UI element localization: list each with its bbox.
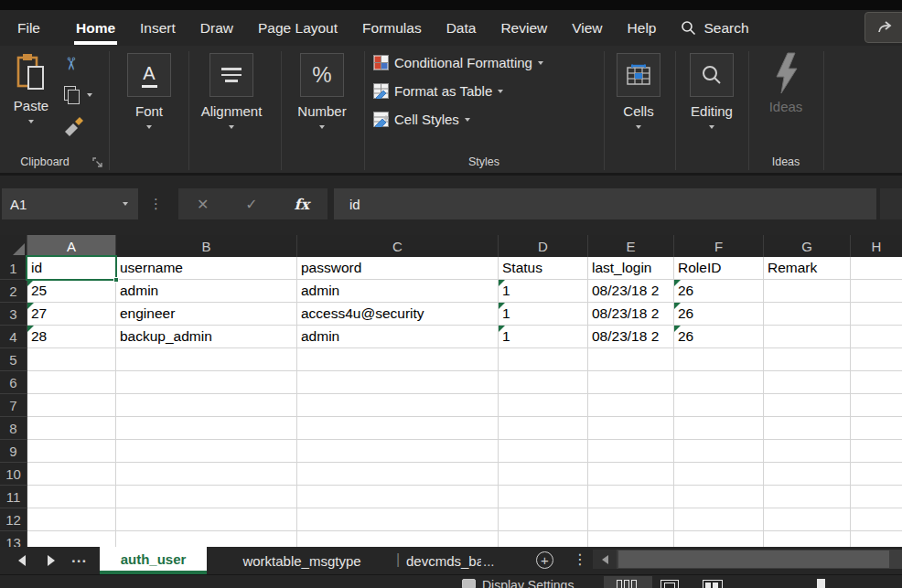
cell-B12[interactable] [116, 508, 297, 531]
formula-bar-grip-icon[interactable]: ⋮ [149, 188, 163, 219]
row-header-5[interactable]: 5 [0, 348, 27, 371]
menu-home[interactable]: Home [76, 20, 115, 37]
copy-button[interactable] [64, 86, 80, 104]
select-all-button[interactable] [0, 235, 27, 257]
name-box-caret[interactable] [123, 202, 128, 206]
cell-G3[interactable] [764, 303, 851, 326]
copy-dropdown-caret[interactable] [87, 93, 92, 97]
cell-styles-button[interactable]: Cell Styles [373, 112, 470, 127]
cell-C2[interactable]: admin [297, 280, 499, 303]
format-as-table-button[interactable]: Format as Table [373, 83, 503, 99]
number-group-button[interactable]: % Number [291, 53, 353, 129]
cell-H2[interactable] [851, 280, 902, 303]
cell-F12[interactable] [674, 508, 764, 531]
number-dropdown-caret[interactable] [319, 125, 325, 129]
format-painter-button[interactable] [62, 115, 86, 139]
editing-group-button[interactable]: Editing [684, 53, 739, 129]
cell-C11[interactable] [297, 486, 499, 508]
column-header-D[interactable]: D [499, 235, 588, 257]
cell-H13[interactable] [851, 531, 902, 547]
cell-F1[interactable]: RoleID [674, 257, 764, 280]
cell-F9[interactable] [674, 440, 764, 463]
cell-G1[interactable]: Remark [764, 257, 851, 280]
cell-B1[interactable]: username [116, 257, 297, 280]
formula-input[interactable]: id [334, 188, 876, 219]
share-button[interactable] [864, 12, 902, 43]
row-header-6[interactable]: 6 [0, 371, 27, 394]
scrollbar-track[interactable] [617, 550, 902, 569]
sheet-tab-auth-user[interactable]: auth_user [100, 547, 207, 574]
menu-file[interactable]: File [17, 20, 40, 37]
cell-B4[interactable]: backup_admin [116, 326, 297, 348]
cell-E11[interactable] [588, 486, 674, 508]
horizontal-scrollbar[interactable] [593, 550, 902, 569]
cell-H11[interactable] [851, 486, 902, 508]
row-header-7[interactable]: 7 [0, 394, 27, 417]
cell-D12[interactable] [499, 508, 588, 531]
row-header-3[interactable]: 3 [0, 303, 27, 326]
menu-data[interactable]: Data [446, 20, 477, 37]
cell-D7[interactable] [499, 394, 588, 417]
cell-D4[interactable]: 1 [499, 326, 588, 348]
cell-D1[interactable]: Status [499, 257, 588, 280]
cell-C7[interactable] [297, 394, 499, 417]
cell-G10[interactable] [764, 463, 851, 486]
menu-formulas[interactable]: Formulas [362, 20, 422, 37]
sheet-tab-worktable-msgtype[interactable]: worktable_msgtype [212, 547, 392, 574]
cell-G12[interactable] [764, 508, 851, 531]
cell-E7[interactable] [588, 394, 674, 417]
cell-D3[interactable]: 1 [499, 303, 588, 326]
row-header-9[interactable]: 9 [0, 440, 27, 463]
row-header-11[interactable]: 11 [0, 486, 27, 508]
conditional-formatting-button[interactable]: Conditional Formatting [373, 55, 543, 70]
menu-insert[interactable]: Insert [140, 20, 176, 37]
cell-B8[interactable] [116, 417, 297, 440]
cell-E4[interactable]: 08/23/18 2 [588, 326, 674, 348]
cell-H10[interactable] [851, 463, 902, 486]
paste-button[interactable]: Paste [7, 53, 55, 123]
cell-G7[interactable] [764, 394, 851, 417]
cell-A8[interactable] [27, 417, 116, 440]
display-settings-label[interactable]: Display Settings [482, 578, 574, 588]
cell-B11[interactable] [116, 486, 297, 508]
cell-A4[interactable]: 28 [27, 326, 116, 348]
cell-A6[interactable] [27, 371, 116, 394]
cell-H4[interactable] [851, 326, 902, 348]
menu-draw[interactable]: Draw [200, 20, 233, 37]
cell-F7[interactable] [674, 394, 764, 417]
cell-E6[interactable] [588, 371, 674, 394]
cell-C9[interactable] [297, 440, 499, 463]
menu-help[interactable]: Help [628, 20, 657, 37]
cell-C1[interactable]: password [297, 257, 499, 280]
cell-H3[interactable] [851, 303, 902, 326]
cell-G2[interactable] [764, 280, 851, 303]
cell-B13[interactable] [116, 531, 297, 547]
cell-B7[interactable] [116, 394, 297, 417]
cell-B10[interactable] [116, 463, 297, 486]
cell-A7[interactable] [27, 394, 116, 417]
cell-D13[interactable] [499, 531, 588, 547]
cell-F5[interactable] [674, 348, 764, 371]
cell-H1[interactable] [851, 257, 902, 280]
insert-function-icon[interactable]: fx [295, 196, 309, 213]
row-header-8[interactable]: 8 [0, 417, 27, 440]
column-header-B[interactable]: B [116, 235, 297, 257]
column-header-E[interactable]: E [588, 235, 674, 257]
row-header-1[interactable]: 1 [0, 257, 27, 280]
cell-B2[interactable]: admin [116, 280, 297, 303]
menu-review[interactable]: Review [500, 20, 547, 37]
cell-B3[interactable]: engineer [116, 303, 297, 326]
normal-view-icon[interactable] [617, 580, 637, 588]
new-sheet-button[interactable]: + [536, 551, 553, 569]
tab-bar-more-icon[interactable]: ⋮ [573, 551, 587, 568]
cell-F10[interactable] [674, 463, 764, 486]
cell-D11[interactable] [499, 486, 588, 508]
sheet-tab-devcmds[interactable]: devcmds_ba ... [406, 547, 501, 574]
cell-F3[interactable]: 26 [674, 303, 764, 326]
cell-C10[interactable] [297, 463, 499, 486]
formula-bar-expand-button[interactable] [880, 188, 902, 219]
alignment-dropdown-caret[interactable] [229, 125, 234, 129]
cells-dropdown-caret[interactable] [636, 125, 641, 129]
cell-C5[interactable] [297, 348, 499, 371]
cell-E13[interactable] [588, 531, 674, 547]
